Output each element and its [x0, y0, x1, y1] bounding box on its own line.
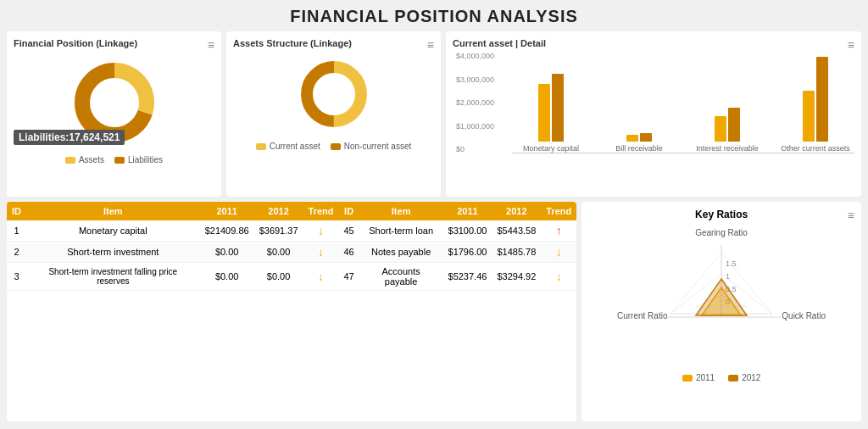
th-2012-1: 2012 [254, 202, 303, 220]
table-row: 1 Monetary capital $21409.86 $3691.37 ↓ … [7, 220, 576, 242]
cell-trend1-r1: ↓ [303, 220, 339, 242]
card3-title: Current asset | Detail [453, 38, 854, 48]
bar-interest-2011 [715, 116, 726, 142]
card1-title: Financial Position (Linkage) [14, 38, 214, 48]
current-asset-label: Current asset [270, 142, 320, 151]
bar-label-interest: Interest receivable [696, 144, 759, 153]
liabilities-label: Liabilities [128, 155, 163, 164]
donut-svg-2 [292, 52, 376, 136]
assets-dot [65, 157, 75, 164]
legend-current-asset: Current asset [256, 142, 320, 151]
donut-chart-1: Liabilities:17,624,521 [14, 52, 214, 153]
legend-2012-dot [728, 375, 738, 382]
bar-interest-2012 [728, 108, 740, 142]
cell-id2-r2: 46 [338, 242, 359, 263]
radar-svg: Gearing Ratio Quick Ratio Current Ratio … [615, 224, 827, 368]
cell-2011-1-r1: $21409.86 [200, 220, 254, 242]
bar-monetary-2011 [538, 84, 550, 142]
cell-2012-1-r1: $3691.37 [254, 220, 303, 242]
svg-text:1.5: 1.5 [726, 259, 737, 268]
th-trend1: Trend [303, 202, 339, 220]
cell-trend2-r2: ↓ [541, 242, 576, 263]
financial-position-card: Financial Position (Linkage) ≡ Liabiliti… [7, 31, 221, 197]
bar-other-2011 [803, 91, 815, 142]
bars-container: Monetary capital Bill receivable [512, 52, 854, 153]
tooltip-value: 17,624,521 [69, 131, 120, 143]
trend-down-icon: ↓ [318, 245, 324, 259]
cell-trend2-r1: ↑ [541, 220, 576, 242]
bar-label-other: Other current assets [781, 144, 850, 153]
cell-2012-2-r2: $1485.78 [492, 242, 541, 263]
cell-2012-2-r1: $5443.58 [492, 220, 541, 242]
legend-2011: 2011 [682, 373, 715, 382]
non-current-asset-dot [331, 143, 341, 150]
cell-id2-r3: 47 [338, 263, 359, 291]
bar-group-interest: Interest receivable [688, 108, 766, 153]
cell-trend2-r3: ↓ [541, 263, 576, 291]
data-table: ID Item 2011 2012 Trend ID Item 2011 201… [7, 202, 576, 291]
bar-bill-2011 [626, 135, 638, 142]
bar-group-monetary: Monetary capital [512, 74, 590, 153]
bar-group-bill: Bill receivable [600, 133, 678, 153]
cell-id2-r1: 45 [338, 220, 359, 242]
ratios-legend: 2011 2012 [588, 373, 854, 382]
card1-menu-icon[interactable]: ≡ [208, 38, 214, 52]
data-table-card: ID Item 2011 2012 Trend ID Item 2011 201… [7, 202, 576, 421]
cell-trend1-r3: ↓ [303, 263, 339, 291]
bar-label-bill: Bill receivable [615, 144, 663, 153]
cell-item2-r1: Short-term loan [359, 220, 443, 242]
cell-2012-1-r2: $0.00 [254, 242, 303, 263]
tooltip-label: Liabilities: [19, 131, 69, 143]
page-title: FINANCIAL POSITION ANALYSIS [0, 0, 868, 31]
trend-down-icon: ↓ [318, 270, 324, 283]
card2-legend: Current asset Non-current asset [233, 142, 434, 151]
trend-down-icon: ↓ [556, 245, 562, 259]
th-2011-1: 2011 [200, 202, 254, 220]
radar-label-current: Current Ratio [617, 311, 668, 320]
cell-id1-r1: 1 [7, 220, 26, 242]
cell-item2-r3: Accounts payable [359, 263, 443, 291]
card2-menu-icon[interactable]: ≡ [427, 38, 434, 52]
bar-wrap-interest [715, 108, 740, 142]
legend-2012-label: 2012 [742, 373, 760, 382]
page-container: FINANCIAL POSITION ANALYSIS Financial Po… [0, 0, 868, 421]
bar-bill-2012 [640, 133, 652, 142]
bar-group-other: Other current assets [776, 57, 854, 153]
cell-item2-r2: Notes payable [359, 242, 443, 263]
radar-2012 [696, 279, 747, 315]
radar-label-quick: Quick Ratio [782, 311, 826, 320]
bar-monetary-2012 [552, 74, 564, 142]
card1-legend: Assets Liabilities [14, 155, 214, 164]
bar-label-monetary: Monetary capital [523, 144, 579, 153]
table-row: 3 Short-term investment falling price re… [7, 263, 576, 291]
radar-label-gearing: Gearing Ratio [695, 228, 748, 237]
cell-id1-r3: 3 [7, 263, 26, 291]
th-id2: ID [338, 202, 359, 220]
th-item2: Item [359, 202, 443, 220]
cell-id1-r2: 2 [7, 242, 26, 263]
legend-2011-dot [682, 375, 693, 382]
donut-tooltip: Liabilities:17,624,521 [14, 130, 125, 145]
th-item1: Item [26, 202, 200, 220]
th-trend2: Trend [541, 202, 576, 220]
table-row: 2 Short-term investment $0.00 $0.00 ↓ 46… [7, 242, 576, 263]
bar-wrap-other [803, 57, 828, 142]
cell-2011-1-r2: $0.00 [200, 242, 254, 263]
card3-menu-icon[interactable]: ≡ [848, 38, 854, 52]
ratios-menu-icon[interactable]: ≡ [848, 209, 854, 222]
trend-up-icon: ↑ [556, 224, 562, 237]
bar-other-2012 [816, 57, 828, 142]
trend-down-icon: ↓ [318, 224, 324, 237]
key-ratios-card: ≡ Key Ratios Gearing Ratio Quick Ratio C… [581, 202, 861, 421]
cell-2012-1-r3: $0.00 [254, 263, 303, 291]
current-asset-dot [256, 143, 266, 150]
cell-2012-2-r3: $3294.92 [492, 263, 541, 291]
bar-wrap-monetary [538, 74, 564, 142]
th-2012-2: 2012 [492, 202, 541, 220]
liabilities-dot [114, 157, 125, 164]
svg-text:1: 1 [726, 272, 730, 281]
donut-chart-2 [233, 52, 434, 136]
cell-2011-2-r2: $1796.00 [443, 242, 492, 263]
legend-non-current-asset: Non-current asset [331, 142, 411, 151]
top-row: Financial Position (Linkage) ≡ Liabiliti… [0, 31, 868, 197]
